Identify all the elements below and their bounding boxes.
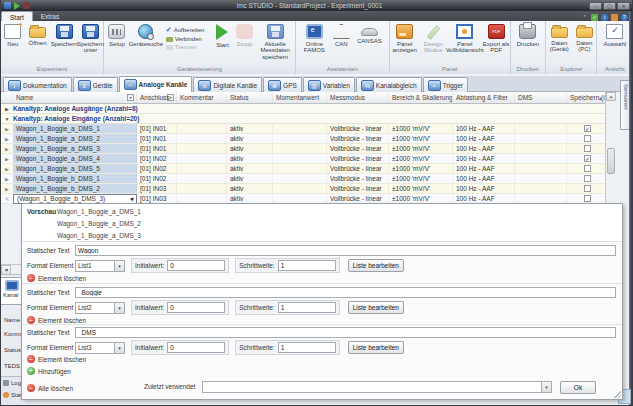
messmodus-cell[interactable]: Vollbrücke - linear xyxy=(327,124,389,133)
abtastung-cell[interactable]: 100 Hz - AAF xyxy=(453,154,515,163)
dms-cell[interactable] xyxy=(515,174,567,183)
scrollbar-thumb[interactable] xyxy=(607,148,615,174)
speichern-checkbox[interactable] xyxy=(584,185,591,192)
quick-start-icon[interactable] xyxy=(14,2,20,10)
column-header-messmodus[interactable]: Messmodus xyxy=(327,92,389,103)
bereich-cell[interactable]: ±1000 'mV/V' xyxy=(389,194,453,203)
alle-loeschen-button[interactable]: Alle löschen xyxy=(38,385,73,392)
abtastung-cell[interactable]: 100 Hz - AAF xyxy=(453,144,515,153)
column-header-kommentar[interactable]: Kommentar xyxy=(177,92,227,103)
liste-bearbeiten-button[interactable]: Liste bearbeiten xyxy=(348,301,404,314)
kommentar-cell[interactable] xyxy=(177,184,227,193)
speichern-checkbox[interactable] xyxy=(584,135,591,142)
cansas-button[interactable]: CANSAS xyxy=(353,23,385,44)
status-cell[interactable]: aktiv xyxy=(227,174,273,183)
dms-cell[interactable] xyxy=(515,124,567,133)
dms-cell[interactable] xyxy=(515,194,567,203)
column-header-momentanwert[interactable]: Momentanwert xyxy=(273,92,327,103)
speichern-checkbox[interactable] xyxy=(584,145,591,152)
tab-kanalabgleich[interactable]: %Kanalabgleich xyxy=(356,77,422,92)
kommentar-cell[interactable] xyxy=(177,154,227,163)
tab-dokumentation[interactable]: iDokumentation xyxy=(3,77,72,92)
oeffnen-button[interactable]: Öffnen xyxy=(25,23,51,46)
help-icon[interactable]: ? xyxy=(621,14,628,21)
dms-cell[interactable] xyxy=(515,164,567,173)
minimize-button[interactable]: – xyxy=(589,2,602,10)
table-row[interactable]: ▶ Wagon_1_Boggie_a_DMS_3 [01] IN01 aktiv… xyxy=(1,144,605,154)
panel-vollbild-button[interactable]: Panel Vollbildansicht xyxy=(447,23,483,54)
hinzufuegen-button[interactable]: Hinzufügen xyxy=(38,368,71,375)
anschluss-cell[interactable]: [01] IN02 xyxy=(137,164,177,173)
collapse-icon[interactable]: ▼ xyxy=(1,114,13,123)
kommentar-cell[interactable] xyxy=(177,164,227,173)
status-cell[interactable]: aktiv xyxy=(227,184,273,193)
momentanwert-cell[interactable] xyxy=(273,124,327,133)
speichern-button[interactable]: Speichern xyxy=(50,23,78,47)
close-button[interactable]: ✕ xyxy=(617,2,630,10)
statischer-text-input[interactable] xyxy=(75,245,616,256)
start-button[interactable]: Start xyxy=(212,23,234,48)
messmodus-cell[interactable]: Vollbrücke - linear xyxy=(327,194,389,203)
kommentar-cell[interactable] xyxy=(177,144,227,153)
verbinden-button[interactable]: Verbinden xyxy=(166,36,208,42)
anschluss-cell[interactable]: [01] IN01 xyxy=(137,144,177,153)
bereich-cell[interactable]: ±1000 'mV/V' xyxy=(389,124,453,133)
momentanwert-cell[interactable] xyxy=(273,144,327,153)
initialwert-input[interactable] xyxy=(167,260,225,271)
speichern-checkbox[interactable] xyxy=(584,125,591,132)
status-cell[interactable]: aktiv xyxy=(227,164,273,173)
neu-button[interactable]: Neu xyxy=(1,23,25,47)
momentanwert-cell[interactable] xyxy=(273,154,327,163)
aktuelle-messdaten-button[interactable]: Aktuelle Messdaten speichern xyxy=(255,23,295,60)
group-row-analoge-ausgaenge[interactable]: ▶Kanaltyp: Analoge Ausgänge (Anzahl=8) xyxy=(1,104,605,114)
messmodus-cell[interactable]: Vollbrücke - linear xyxy=(327,134,389,143)
name-cell[interactable]: Wagon_1_Boggie_a_DMS_2 xyxy=(13,134,137,143)
bereich-cell[interactable]: ±1000 'mV/V' xyxy=(389,154,453,163)
dialog-resize-grip[interactable] xyxy=(614,391,621,398)
geraetesuche-button[interactable]: Gerätesuche xyxy=(130,23,162,47)
name-cell[interactable]: Wagon_1_Boggie_a_DMS_1 xyxy=(13,124,137,133)
momentanwert-cell[interactable] xyxy=(273,174,327,183)
element-loeschen-button[interactable]: Element löschen xyxy=(38,356,86,363)
status-cell[interactable]: aktiv xyxy=(227,124,273,133)
statischer-text-input[interactable] xyxy=(75,287,616,298)
table-row[interactable]: ▶ Wagon_1_Boggie_a_DMS_2 [01] IN01 aktiv… xyxy=(1,134,605,144)
tab-trigger[interactable]: ⌁Trigger xyxy=(423,77,468,92)
table-row[interactable]: ▶ Wagon_1_Boggie_a_DMS_4 [01] IN02 aktiv… xyxy=(1,154,605,164)
daten-geraet-button[interactable]: Daten (Gerät) xyxy=(546,23,572,53)
format-element-select[interactable]: List1 xyxy=(75,260,125,272)
messmodus-cell[interactable]: Vollbrücke - linear xyxy=(327,144,389,153)
online-famos-button[interactable]: Online FAMOS xyxy=(299,23,329,54)
messmodus-cell[interactable]: Vollbrücke - linear xyxy=(327,174,389,183)
abtastung-cell[interactable]: 100 Hz - AAF xyxy=(453,184,515,193)
collapse-ribbon-icon[interactable]: ⌃ xyxy=(581,14,588,21)
tab-extras[interactable]: Extras xyxy=(33,11,67,21)
status-cell[interactable]: aktiv xyxy=(227,134,273,143)
setup-button[interactable]: Setup xyxy=(104,23,130,47)
speichern-checkbox[interactable] xyxy=(584,175,591,182)
tab-variablen[interactable]: |||Variablen xyxy=(303,77,355,92)
dms-cell[interactable] xyxy=(515,144,567,153)
anschluss-cell[interactable]: [01] IN01 xyxy=(137,124,177,133)
format-element-select[interactable]: List2 xyxy=(75,302,125,314)
kanal-panel-tab[interactable]: Kanal xyxy=(1,277,23,305)
dms-cell[interactable] xyxy=(515,154,567,163)
speichern-checkbox[interactable] xyxy=(584,195,591,202)
element-loeschen-button[interactable]: Element löschen xyxy=(38,317,86,324)
kommentar-cell[interactable] xyxy=(177,124,227,133)
kommentar-cell[interactable] xyxy=(177,174,227,183)
drucken-button[interactable]: Drucken xyxy=(513,23,543,47)
anschluss-cell[interactable]: [01] IN02 xyxy=(137,154,177,163)
tasks-icon[interactable]: ✓ xyxy=(591,14,598,21)
column-header-anschluss[interactable]: ▾Anschluss xyxy=(137,92,177,103)
column-header-bereich[interactable]: Bereich & Skalierung xyxy=(389,92,453,103)
status-cell[interactable]: aktiv xyxy=(227,194,273,203)
column-header-speichern[interactable]: ▲Speichern (Gerät) xyxy=(567,92,605,103)
schrittweite-input[interactable] xyxy=(278,342,336,353)
bereich-cell[interactable]: ±1000 'mV/V' xyxy=(389,134,453,143)
anschluss-cell[interactable]: [01] IN03 xyxy=(137,184,177,193)
stopp-button[interactable]: Stopp xyxy=(233,23,255,47)
zuletzt-verwendet-combobox[interactable] xyxy=(202,381,552,393)
table-row[interactable]: ▶ Wagon_1_Boggie_b_DMS_1 [01] IN02 aktiv… xyxy=(1,174,605,184)
name-cell[interactable]: Wagon_1_Boggie_a_DMS_5 xyxy=(13,164,137,173)
